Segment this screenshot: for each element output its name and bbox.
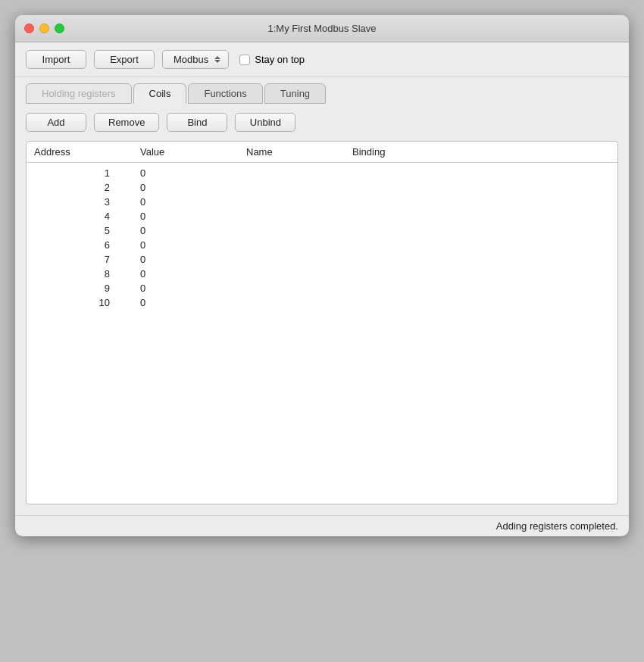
cell-name <box>246 182 352 193</box>
cell-value: 0 <box>140 297 246 308</box>
cell-name <box>246 211 352 222</box>
table-row[interactable]: 30 <box>34 195 610 209</box>
remove-button[interactable]: Remove <box>94 113 159 132</box>
table-row[interactable]: 40 <box>34 209 610 223</box>
cell-address: 1 <box>34 167 140 179</box>
cell-address: 6 <box>34 239 140 251</box>
cell-name <box>246 283 352 294</box>
stay-on-top-checkbox[interactable] <box>239 55 250 65</box>
title-bar: 1:My First Modbus Slave <box>15 15 629 42</box>
cell-address: 7 <box>34 254 140 265</box>
spinner-down-icon <box>214 60 220 63</box>
col-name: Name <box>246 146 352 158</box>
modbus-label: Modbus <box>174 54 208 65</box>
cell-name <box>246 196 352 208</box>
cell-address: 3 <box>34 196 140 208</box>
col-extra <box>458 146 610 158</box>
cell-extra <box>458 196 610 208</box>
cell-binding <box>352 167 458 179</box>
cell-name <box>246 167 352 179</box>
table-row[interactable]: 100 <box>34 295 610 310</box>
cell-extra <box>458 211 610 222</box>
table-body: 102030405060708090100 <box>27 163 617 313</box>
table-row[interactable]: 50 <box>34 223 610 238</box>
cell-extra <box>458 268 610 279</box>
main-window: 1:My First Modbus Slave Import Export Mo… <box>15 15 629 536</box>
add-button[interactable]: Add <box>26 113 86 132</box>
cell-extra <box>458 297 610 308</box>
window-title: 1:My First Modbus Slave <box>267 23 376 34</box>
cell-binding <box>352 211 458 222</box>
cell-binding <box>352 196 458 208</box>
cell-name <box>246 254 352 265</box>
cell-binding <box>352 254 458 265</box>
cell-value: 0 <box>140 196 246 208</box>
cell-value: 0 <box>140 182 246 193</box>
cell-extra <box>458 182 610 193</box>
cell-extra <box>458 239 610 251</box>
modbus-spinner <box>214 56 220 63</box>
cell-address: 5 <box>34 225 140 236</box>
tab-functions[interactable]: Functions <box>188 83 262 104</box>
cell-value: 0 <box>140 283 246 294</box>
cell-binding <box>352 239 458 251</box>
cell-value: 0 <box>140 268 246 279</box>
cell-name <box>246 297 352 308</box>
unbind-button[interactable]: Unbind <box>235 113 295 132</box>
toolbar: Import Export Modbus Stay on top <box>15 42 629 77</box>
cell-value: 0 <box>140 167 246 179</box>
modbus-selector[interactable]: Modbus <box>162 50 229 69</box>
table-row[interactable]: 90 <box>34 281 610 295</box>
stay-on-top-label: Stay on top <box>255 54 305 65</box>
tab-coils[interactable]: Coils <box>133 83 187 104</box>
tab-bar: Holding registers Coils Functions Tuning <box>15 77 629 104</box>
status-message: Adding registers completed. <box>496 520 618 532</box>
cell-value: 0 <box>140 211 246 222</box>
table-row[interactable]: 20 <box>34 180 610 195</box>
maximize-button[interactable] <box>55 23 64 33</box>
cell-extra <box>458 283 610 294</box>
cell-value: 0 <box>140 225 246 236</box>
cell-name <box>246 225 352 236</box>
bind-button[interactable]: Bind <box>167 113 227 132</box>
cell-address: 10 <box>34 297 140 308</box>
cell-binding <box>352 268 458 279</box>
cell-extra <box>458 167 610 179</box>
data-table: Address Value Name Binding 1020304050607… <box>26 141 618 504</box>
cell-name <box>246 239 352 251</box>
tab-tuning[interactable]: Tuning <box>264 83 326 104</box>
cell-value: 0 <box>140 254 246 265</box>
cell-address: 9 <box>34 283 140 294</box>
minimize-button[interactable] <box>39 23 49 33</box>
cell-extra <box>458 254 610 265</box>
export-button[interactable]: Export <box>94 50 155 69</box>
table-row[interactable]: 80 <box>34 267 610 281</box>
cell-binding <box>352 297 458 308</box>
import-button[interactable]: Import <box>26 50 86 69</box>
table-row[interactable]: 10 <box>34 166 610 180</box>
tab-holding-registers[interactable]: Holding registers <box>26 83 132 104</box>
cell-address: 4 <box>34 211 140 222</box>
cell-binding <box>352 225 458 236</box>
cell-binding <box>352 283 458 294</box>
col-binding: Binding <box>352 146 458 158</box>
cell-address: 8 <box>34 268 140 279</box>
traffic-lights <box>24 23 64 33</box>
table-row[interactable]: 70 <box>34 252 610 267</box>
status-bar: Adding registers completed. <box>15 515 629 536</box>
cell-address: 2 <box>34 182 140 193</box>
cell-binding <box>352 182 458 193</box>
cell-extra <box>458 225 610 236</box>
stay-on-top-container: Stay on top <box>239 54 305 65</box>
table-row[interactable]: 60 <box>34 238 610 252</box>
col-value: Value <box>140 146 246 158</box>
col-address: Address <box>34 146 140 158</box>
cell-name <box>246 268 352 279</box>
close-button[interactable] <box>24 23 34 33</box>
cell-value: 0 <box>140 239 246 251</box>
table-header: Address Value Name Binding <box>27 142 617 163</box>
spinner-up-icon <box>214 56 220 59</box>
action-bar: Add Remove Bind Unbind <box>15 104 629 141</box>
